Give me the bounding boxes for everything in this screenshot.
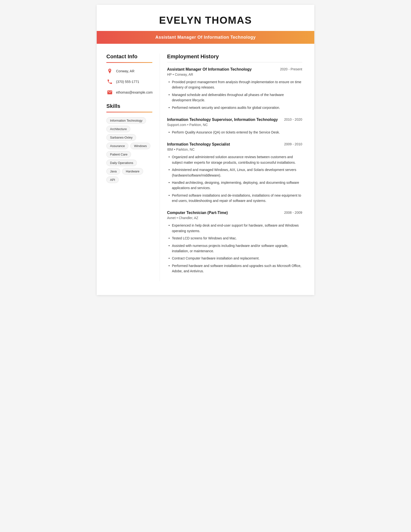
job-bullet: Experienced in help desk and end-user su… bbox=[167, 223, 302, 234]
job-bullet: Perform Quality Assurance (QA) on ticket… bbox=[167, 130, 302, 135]
job-bullet: Managed schedule and deliverables throug… bbox=[167, 92, 302, 103]
skill-tag: Sarbanes-Oxley bbox=[106, 134, 136, 141]
skill-tag: Daily Operations bbox=[106, 160, 137, 166]
sidebar: Contact Info Conway, AR bbox=[97, 53, 159, 281]
job-entry: Computer Technician (Part-Time)2008 - 20… bbox=[167, 211, 302, 274]
email-icon bbox=[106, 89, 113, 96]
contact-phone: (370) 555-1771 bbox=[106, 78, 152, 85]
skill-tag: API bbox=[106, 177, 119, 183]
location-icon bbox=[106, 68, 113, 75]
skill-tag: Hardware bbox=[122, 168, 143, 175]
job-title: Assistant Manager Of Information Technol… bbox=[167, 67, 275, 72]
contact-location: Conway, AR bbox=[106, 68, 152, 75]
location-text: Conway, AR bbox=[116, 69, 134, 73]
job-title: Information Technology Supervisor, Infor… bbox=[167, 117, 279, 122]
job-bullet: Provided project management from analysi… bbox=[167, 79, 302, 90]
job-bullet: Administered and managed Windows, AIX, L… bbox=[167, 167, 302, 178]
job-header: Computer Technician (Part-Time)2008 - 20… bbox=[167, 211, 302, 215]
skill-tag: Patient Care bbox=[106, 151, 131, 158]
job-entry: Information Technology Specialist2009 - … bbox=[167, 142, 302, 203]
job-dates: 2010 - 2020 bbox=[284, 117, 302, 121]
contact-section: Contact Info Conway, AR bbox=[106, 53, 152, 96]
job-title: Information Technology Specialist bbox=[167, 142, 279, 147]
job-title-banner: Assistant Manager Of Information Technol… bbox=[155, 35, 256, 40]
job-header: Information Technology Supervisor, Infor… bbox=[167, 117, 302, 122]
job-bullet: Organized and administered solution assu… bbox=[167, 154, 302, 165]
skills-section: Skills Information TechnologyArchitectur… bbox=[106, 103, 152, 183]
skill-tag: Java bbox=[106, 168, 120, 175]
job-bullet: Performed network security and operation… bbox=[167, 105, 302, 110]
employment-divider bbox=[167, 62, 302, 62]
skills-divider bbox=[106, 112, 152, 113]
resume-body: Contact Info Conway, AR bbox=[97, 44, 314, 291]
resume-document: EVELYN THOMAS Assistant Manager Of Infor… bbox=[97, 5, 314, 295]
job-entry: Information Technology Supervisor, Infor… bbox=[167, 117, 302, 135]
title-banner: Assistant Manager Of Information Technol… bbox=[97, 31, 314, 44]
phone-icon bbox=[106, 78, 113, 85]
job-title: Computer Technician (Part-Time) bbox=[167, 211, 279, 215]
job-company: HP • Conway, AR bbox=[167, 73, 302, 76]
candidate-name: EVELYN THOMAS bbox=[111, 15, 300, 26]
resume-header: EVELYN THOMAS bbox=[97, 5, 314, 31]
jobs-container: Assistant Manager Of Information Technol… bbox=[167, 67, 302, 274]
job-entry: Assistant Manager Of Information Technol… bbox=[167, 67, 302, 110]
employment-section: Employment History Assistant Manager Of … bbox=[167, 53, 302, 274]
job-dates: 2009 - 2010 bbox=[284, 142, 302, 146]
job-bullet: Tested LCD screens for Windows and Mac. bbox=[167, 236, 302, 241]
skill-tag: Windows bbox=[130, 143, 150, 149]
job-company: IBM • Parkton, NC bbox=[167, 148, 302, 151]
contact-email: ethomas@example.com bbox=[106, 89, 152, 96]
contact-divider bbox=[106, 62, 152, 63]
employment-section-title: Employment History bbox=[167, 53, 302, 60]
contact-section-title: Contact Info bbox=[106, 53, 152, 60]
job-bullet: Assisted with numerous projects includin… bbox=[167, 243, 302, 254]
job-bullet: Performed hardware and software installa… bbox=[167, 263, 302, 274]
job-bullet: Handled architecting, designing, impleme… bbox=[167, 180, 302, 191]
email-text: ethomas@example.com bbox=[116, 90, 153, 94]
job-bullet: Contract Computer hardware installation … bbox=[167, 256, 302, 261]
skill-tag: Architecture bbox=[106, 126, 130, 132]
job-header: Assistant Manager Of Information Technol… bbox=[167, 67, 302, 72]
phone-text: (370) 555-1771 bbox=[116, 80, 139, 84]
job-header: Information Technology Specialist2009 - … bbox=[167, 142, 302, 147]
job-dates: 2008 - 2009 bbox=[284, 211, 302, 215]
job-bullet: Performed software installations and de-… bbox=[167, 193, 302, 204]
job-dates: 2020 - Present bbox=[280, 67, 302, 71]
main-content: Employment History Assistant Manager Of … bbox=[159, 53, 314, 281]
skill-tag: Assurance bbox=[106, 143, 128, 149]
skills-section-title: Skills bbox=[106, 103, 152, 109]
skill-tag: Information Technology bbox=[106, 117, 146, 124]
skills-tags-container: Information TechnologyArchitectureSarban… bbox=[106, 117, 152, 183]
job-company: Support.com • Parkton, NC bbox=[167, 123, 302, 127]
job-company: Avnet • Chandler, AZ bbox=[167, 216, 302, 220]
